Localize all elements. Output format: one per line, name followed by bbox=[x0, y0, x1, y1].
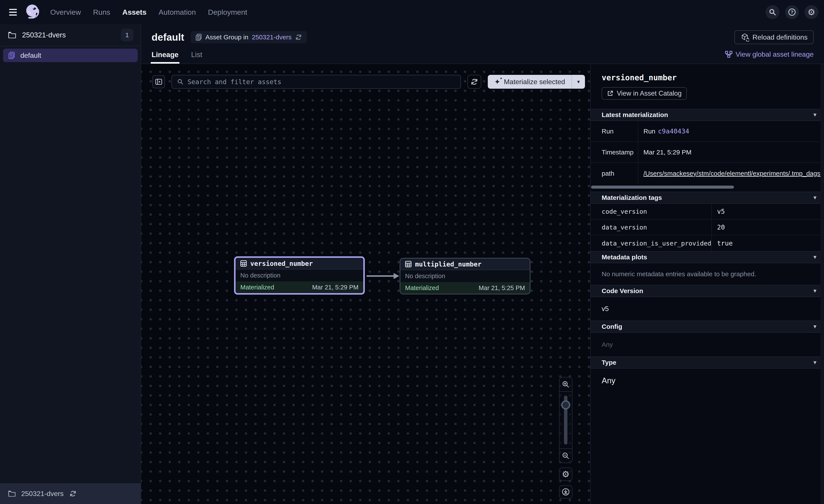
primary-nav: Overview Runs Assets Automation Deployme… bbox=[50, 8, 247, 16]
table-row: data_version_is_user_provided true bbox=[591, 235, 824, 251]
table-row: Timestamp Mar 21, 5:29 PM bbox=[591, 142, 824, 163]
zoom-slider[interactable] bbox=[559, 391, 572, 449]
nav-item-overview[interactable]: Overview bbox=[50, 8, 81, 16]
section-metadata-plots[interactable]: Metadata plots ▼ bbox=[591, 251, 824, 263]
panel-scrollbar-gutter[interactable] bbox=[821, 64, 824, 504]
graph-toolbar: ✦ Materialize selected ▾ bbox=[152, 75, 585, 89]
section-title: Type bbox=[602, 359, 616, 366]
asset-node-name: multiplied_number bbox=[415, 260, 482, 268]
materialize-dropdown-button[interactable]: ▾ bbox=[572, 75, 585, 89]
settings-button[interactable]: ⚙ bbox=[805, 5, 818, 19]
view-global-asset-lineage-label: View global asset lineage bbox=[735, 50, 814, 58]
collapse-caret-icon[interactable]: ▼ bbox=[812, 324, 818, 330]
tag-value: true bbox=[712, 235, 824, 251]
zoom-in-button[interactable] bbox=[559, 377, 572, 391]
sidebar-item-default[interactable]: default bbox=[3, 49, 138, 62]
materialized-timestamp: Mar 21, 5:25 PM bbox=[479, 284, 525, 291]
horizontal-scrollbar[interactable] bbox=[591, 185, 734, 188]
asset-search-box[interactable] bbox=[172, 75, 461, 89]
asset-table-icon bbox=[405, 261, 412, 267]
row-value: Mar 21, 5:29 PM bbox=[638, 142, 824, 162]
collapse-caret-icon[interactable]: ▼ bbox=[812, 254, 818, 260]
run-id-link[interactable]: c9a40434 bbox=[658, 127, 689, 135]
download-graph-button[interactable] bbox=[559, 485, 573, 499]
nav-item-deployment[interactable]: Deployment bbox=[208, 8, 247, 16]
section-title: Latest materialization bbox=[602, 111, 668, 119]
tag-value: 20 bbox=[712, 220, 824, 235]
view-global-asset-lineage-link[interactable]: View global asset lineage bbox=[725, 50, 814, 64]
section-materialization-tags[interactable]: Materialization tags ▼ bbox=[591, 192, 824, 204]
sidebar-item-label: default bbox=[20, 51, 41, 59]
section-type[interactable]: Type ▼ bbox=[591, 357, 824, 369]
section-title: Materialization tags bbox=[602, 194, 662, 202]
page-header: default Asset Group in 250321-dvers bbox=[141, 24, 824, 64]
gear-icon: ⚙ bbox=[562, 470, 570, 479]
graph-settings-button[interactable]: ⚙ bbox=[559, 468, 573, 481]
sidebar-code-location-row[interactable]: 250321-dvers 1 bbox=[0, 24, 141, 46]
type-value: Any bbox=[591, 369, 824, 393]
collapse-caret-icon[interactable]: ▼ bbox=[812, 195, 818, 201]
dagster-logo-icon[interactable] bbox=[25, 4, 41, 20]
asset-search-input[interactable] bbox=[188, 78, 455, 86]
reload-definitions-button[interactable]: Reload definitions bbox=[734, 30, 814, 44]
reload-definitions-label: Reload definitions bbox=[752, 33, 808, 41]
materialize-selected-label: Materialize selected bbox=[504, 78, 565, 86]
lineage-graph-canvas[interactable]: ✦ Materialize selected ▾ versi bbox=[141, 64, 590, 504]
sparkle-icon: ✦ bbox=[494, 78, 501, 86]
collapse-caret-icon[interactable]: ▼ bbox=[812, 288, 818, 294]
collapse-caret-icon[interactable]: ▼ bbox=[812, 112, 818, 118]
section-title: Metadata plots bbox=[602, 254, 647, 261]
menu-icon[interactable] bbox=[8, 6, 21, 19]
tab-list[interactable]: List bbox=[191, 50, 202, 64]
row-label: Timestamp bbox=[591, 142, 638, 162]
materialize-selected-button[interactable]: ✦ Materialize selected bbox=[488, 75, 572, 89]
section-config[interactable]: Config ▼ bbox=[591, 321, 824, 333]
asset-node-multiplied-number[interactable]: multiplied_number No description Materia… bbox=[400, 258, 530, 294]
refresh-graph-button[interactable] bbox=[468, 75, 481, 89]
metadata-plots-empty-message: No numeric metadata entries available to… bbox=[591, 263, 824, 285]
path-link[interactable]: /Users/smackesey/stm/code/elementl/exper… bbox=[643, 170, 824, 177]
search-icon bbox=[769, 8, 776, 16]
table-row: path /Users/smackesey/stm/code/elementl/… bbox=[591, 163, 824, 184]
collapse-caret-icon[interactable]: ▼ bbox=[812, 360, 818, 366]
asset-node-description: No description bbox=[400, 270, 530, 282]
tag-key: data_version_is_user_provided bbox=[591, 235, 712, 251]
help-icon: ? bbox=[788, 8, 796, 16]
toggle-sidebar-panel-button[interactable] bbox=[152, 75, 165, 88]
download-icon bbox=[561, 488, 570, 496]
table-row: code_version v5 bbox=[591, 204, 824, 220]
table-row: data_version 20 bbox=[591, 220, 824, 235]
nav-item-runs[interactable]: Runs bbox=[93, 8, 110, 16]
search-icon bbox=[177, 79, 184, 85]
top-nav: Overview Runs Assets Automation Deployme… bbox=[0, 0, 824, 24]
badge-code-location-link[interactable]: 250321-dvers bbox=[252, 33, 291, 41]
section-title: Code Version bbox=[602, 287, 643, 295]
latest-materialization-table: Run Run c9a40434 Timestamp Mar 21, 5:29 … bbox=[591, 121, 824, 184]
row-label: Run bbox=[591, 121, 638, 141]
panel-expand-icon bbox=[155, 78, 163, 86]
asset-node-versioned-number[interactable]: versioned_number No description Material… bbox=[234, 256, 365, 295]
table-row: Run Run c9a40434 bbox=[591, 121, 824, 142]
asset-group-badge: Asset Group in 250321-dvers bbox=[191, 31, 307, 43]
tab-bar: Lineage List View global asset lineage bbox=[141, 44, 824, 64]
nav-item-automation[interactable]: Automation bbox=[159, 8, 196, 16]
view-in-asset-catalog-button[interactable]: View in Asset Catalog bbox=[602, 87, 687, 100]
lineage-graph-icon bbox=[725, 51, 732, 58]
section-latest-materialization[interactable]: Latest materialization ▼ bbox=[591, 109, 824, 121]
sidebar-footer-code-location[interactable]: 250321-dvers bbox=[0, 483, 141, 504]
zoom-out-button[interactable] bbox=[559, 449, 572, 463]
section-title: Config bbox=[602, 323, 622, 330]
nav-item-assets[interactable]: Assets bbox=[122, 8, 146, 16]
refresh-icon[interactable] bbox=[69, 490, 77, 497]
chevron-down-icon: ▾ bbox=[577, 79, 580, 85]
zoom-slider-handle[interactable] bbox=[561, 400, 570, 409]
folder-icon bbox=[8, 32, 16, 38]
section-code-version[interactable]: Code Version ▼ bbox=[591, 285, 824, 297]
search-button[interactable] bbox=[765, 5, 780, 19]
row-value: Run c9a40434 bbox=[638, 121, 824, 141]
refresh-icon[interactable] bbox=[295, 34, 302, 41]
row-label: path bbox=[591, 163, 638, 184]
help-button[interactable]: ? bbox=[785, 5, 799, 19]
run-value-prefix: Run bbox=[643, 128, 655, 135]
tab-lineage[interactable]: Lineage bbox=[151, 50, 179, 64]
